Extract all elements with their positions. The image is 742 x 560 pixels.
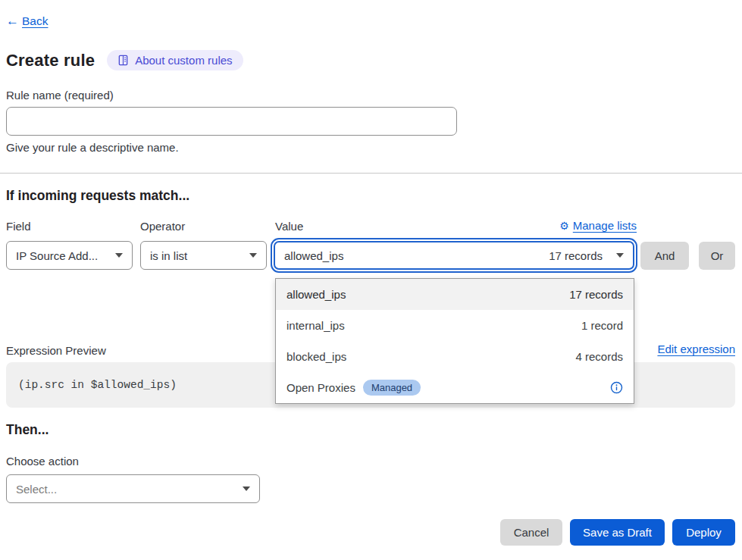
action-select[interactable]: Select... — [6, 474, 260, 503]
value-select-value: allowed_ips — [284, 249, 343, 262]
back-link-label[interactable]: Back — [22, 14, 48, 28]
rule-name-label: Rule name (required) — [6, 89, 114, 102]
field-select-value: IP Source Add... — [16, 249, 98, 262]
rule-name-input[interactable] — [6, 107, 457, 136]
operator-select-value: is in list — [150, 249, 187, 262]
action-select-placeholder: Select... — [16, 483, 57, 496]
managed-badge: Managed — [363, 380, 421, 396]
expression-preview-label: Expression Preview — [6, 344, 106, 357]
match-section-heading: If incoming requests match... — [6, 188, 189, 204]
value-select[interactable]: allowed_ips 17 records — [274, 241, 634, 270]
chevron-down-icon — [243, 486, 250, 491]
list-item-internal-ips[interactable]: internal_ips 1 record — [276, 310, 634, 341]
back-arrow-icon: ← — [6, 14, 19, 29]
back-link[interactable]: ← Back — [6, 14, 48, 29]
field-select[interactable]: IP Source Add... — [6, 241, 133, 270]
list-item-name: Open Proxies — [286, 381, 355, 394]
field-label: Field — [6, 220, 31, 233]
chevron-down-icon — [115, 253, 123, 258]
cancel-button[interactable]: Cancel — [500, 519, 562, 546]
rule-name-helper: Give your rule a descriptive name. — [6, 141, 179, 154]
section-divider — [0, 173, 742, 174]
list-item-name: allowed_ips — [286, 288, 346, 301]
and-button[interactable]: And — [640, 242, 689, 270]
list-item-record-count: 1 record — [581, 319, 623, 332]
list-item-open-proxies[interactable]: Open Proxies Managed — [276, 372, 634, 403]
chevron-down-icon — [616, 253, 624, 258]
title-row: Create rule About custom rules — [6, 50, 243, 70]
list-item-record-count: 4 records — [575, 350, 623, 363]
info-icon[interactable] — [610, 381, 623, 394]
list-item-blocked-ips[interactable]: blocked_ips 4 records — [276, 341, 634, 372]
operator-select[interactable]: is in list — [140, 241, 267, 270]
edit-expression-link[interactable]: Edit expression — [657, 343, 735, 355]
list-item-name: blocked_ips — [286, 350, 346, 363]
manage-lists-link[interactable]: ⚙ Manage lists — [559, 219, 637, 232]
value-dropdown-panel: allowed_ips 17 records internal_ips 1 re… — [275, 278, 634, 404]
chevron-down-icon — [249, 253, 257, 258]
about-custom-rules-label: About custom rules — [135, 54, 232, 67]
list-item-allowed-ips[interactable]: allowed_ips 17 records — [276, 279, 634, 310]
then-section-heading: Then... — [6, 422, 49, 438]
value-select-record-count: 17 records — [549, 249, 610, 262]
about-custom-rules-link[interactable]: About custom rules — [107, 50, 243, 70]
book-icon — [117, 55, 129, 66]
list-item-name: internal_ips — [286, 319, 345, 332]
deploy-button[interactable]: Deploy — [672, 519, 735, 546]
page-title: Create rule — [6, 51, 95, 70]
save-as-draft-button[interactable]: Save as Draft — [570, 519, 665, 546]
manage-lists-label[interactable]: Manage lists — [573, 219, 637, 232]
gear-icon: ⚙ — [559, 220, 569, 232]
choose-action-label: Choose action — [6, 455, 79, 468]
expression-code: (ip.src in $allowed_ips) — [18, 379, 177, 391]
or-button[interactable]: Or — [699, 242, 735, 270]
list-item-record-count: 17 records — [569, 288, 623, 301]
operator-label: Operator — [140, 220, 185, 233]
value-label: Value — [275, 220, 303, 233]
